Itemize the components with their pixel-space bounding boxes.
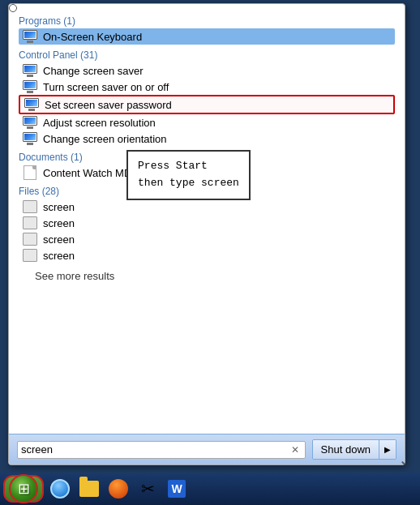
taskbar-icon-word[interactable]: W xyxy=(164,476,190,502)
file-item-label: screen xyxy=(43,217,75,229)
file-item-label: screen xyxy=(43,233,75,246)
folder-icon xyxy=(79,481,99,497)
taskbar-icon-ie[interactable] xyxy=(47,476,73,502)
files-section: screen screen screen screen Press Start … xyxy=(19,199,395,263)
ie-icon xyxy=(50,479,70,499)
document-icon xyxy=(22,166,38,179)
file-icon-3 xyxy=(22,233,38,246)
clear-search-button[interactable]: ✕ xyxy=(289,443,302,456)
menu-item-change-orientation[interactable]: Change screen orientation xyxy=(19,131,395,147)
info-line1: Press Start xyxy=(138,160,208,172)
programs-header: Programs (1) xyxy=(19,15,395,27)
screensaver-icon-4 xyxy=(22,116,38,129)
menu-item-turn-screensaver[interactable]: Turn screen saver on or off xyxy=(19,79,395,95)
see-more-results[interactable]: See more results xyxy=(19,270,395,282)
control-panel-header: Control Panel (31) xyxy=(19,49,395,61)
start-orb: ⊞ xyxy=(9,474,38,503)
shutdown-arrow-button[interactable]: ▶ xyxy=(379,440,396,459)
taskbar: ⊞ ✂ W xyxy=(0,473,420,505)
menu-item-change-screensaver[interactable]: Change screen saver xyxy=(19,62,395,79)
menu-item-label: Change screen orientation xyxy=(43,133,167,145)
info-box: Press Start then type screen xyxy=(126,150,251,200)
scissors-icon: ✂ xyxy=(141,479,155,499)
menu-item-label: Set screen saver password xyxy=(45,99,172,111)
list-item[interactable]: screen xyxy=(19,247,78,263)
taskbar-icon-scissors[interactable]: ✂ xyxy=(135,476,161,502)
taskbar-icon-folder[interactable] xyxy=(76,476,102,502)
menu-item-label: Turn screen saver on or off xyxy=(43,81,169,93)
screensaver-icon-2 xyxy=(22,80,38,93)
file-item-label: screen xyxy=(43,201,75,213)
list-item[interactable]: screen xyxy=(19,199,78,215)
search-input-wrap[interactable]: ✕ xyxy=(17,441,306,459)
screensaver-icon-3 xyxy=(24,98,40,111)
screensaver-icon-1 xyxy=(22,64,38,77)
file-item-label: screen xyxy=(43,250,75,262)
info-line2: then type screen xyxy=(138,177,239,189)
search-icon xyxy=(19,271,30,282)
firefox-icon xyxy=(109,479,128,499)
word-icon: W xyxy=(168,480,186,498)
windows-logo-icon: ⊞ xyxy=(18,480,30,498)
file-icon-4 xyxy=(22,249,38,262)
menu-content: Programs (1) On-Screen Keyboard Control … xyxy=(9,4,405,434)
search-input[interactable] xyxy=(21,443,289,456)
menu-item-on-screen-keyboard[interactable]: On-Screen Keyboard xyxy=(19,28,395,45)
files-list: screen screen screen screen xyxy=(19,199,78,263)
menu-item-label: Change screen saver xyxy=(43,65,144,77)
taskbar-icon-firefox[interactable] xyxy=(105,476,131,502)
start-button[interactable]: ⊞ xyxy=(3,475,44,503)
shutdown-main-button[interactable]: Shut down xyxy=(313,440,379,459)
menu-item-label: On-Screen Keyboard xyxy=(43,31,142,43)
list-item[interactable]: screen xyxy=(19,231,78,247)
start-menu: Programs (1) On-Screen Keyboard Control … xyxy=(8,3,405,465)
screensaver-icon-5 xyxy=(22,132,38,145)
keyboard-icon xyxy=(22,30,38,43)
file-icon-2 xyxy=(22,216,38,229)
menu-item-adjust-resolution[interactable]: Adjust screen resolution xyxy=(19,114,395,131)
menu-item-set-screensaver-password[interactable]: Set screen saver password xyxy=(19,95,395,114)
file-icon-1 xyxy=(22,200,38,213)
see-more-label: See more results xyxy=(35,270,114,282)
list-item[interactable]: screen xyxy=(19,215,78,231)
menu-item-label: Adjust screen resolution xyxy=(43,117,156,129)
shutdown-button-group: Shut down ▶ xyxy=(312,439,396,460)
search-bar: ✕ Shut down ▶ xyxy=(9,434,405,464)
